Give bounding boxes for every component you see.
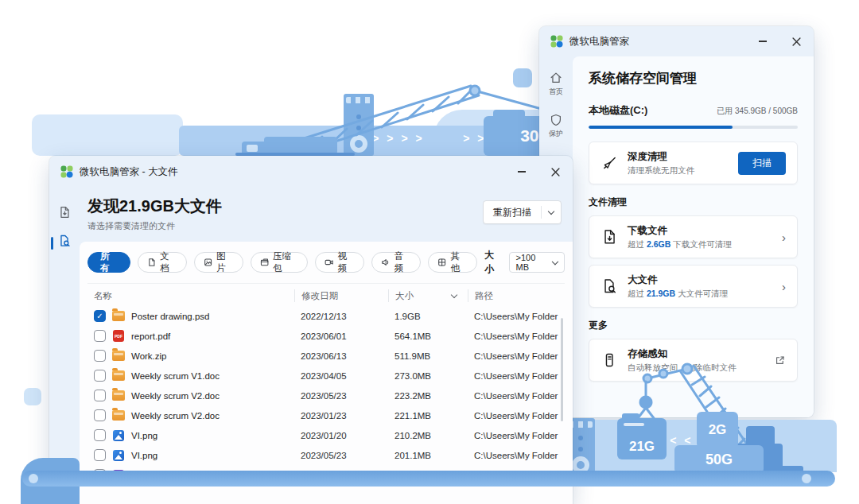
rescan-split-button[interactable]: 重新扫描 (483, 200, 562, 224)
found-title: 发现21.9GB大文件 (87, 196, 222, 217)
rescan-dropdown-toggle[interactable] (542, 211, 561, 214)
size-filter-label: 大小 (484, 249, 502, 276)
filter-chip-images[interactable]: 图片 (194, 252, 243, 273)
file-row[interactable]: Weekly scrum V2.doc 2023/01/23 221.1MB C… (87, 405, 565, 425)
pipe-cap-left (29, 474, 38, 483)
filter-chip-documents[interactable]: 文档 (138, 252, 187, 273)
column-header-date[interactable]: 修改日期 (294, 289, 388, 302)
filter-chip-other[interactable]: 其他 (428, 252, 477, 273)
sidebar-item-download-files[interactable] (49, 205, 80, 219)
vertical-scrollbar[interactable] (561, 318, 563, 421)
row-checkbox[interactable] (94, 330, 106, 342)
chevron-right-icon: › (782, 280, 786, 293)
download-files-desc: 超过 2.6GB 下载文件可清理 (628, 239, 772, 250)
folder-file-icon (112, 390, 125, 401)
scan-button[interactable]: 扫描 (738, 152, 786, 175)
deep-clean-card[interactable]: 深度清理 清理系统无用文件 扫描 (589, 142, 798, 184)
row-checkbox[interactable] (94, 429, 106, 441)
file-row[interactable]: Work.zip 2023/06/13 511.9MB C:\Useers\My… (87, 346, 565, 366)
file-size: 201.1MB (388, 451, 468, 460)
sidebar-item-large-files[interactable] (49, 234, 80, 248)
folder-file-icon (112, 370, 125, 381)
close-button[interactable] (549, 165, 562, 178)
close-icon (551, 168, 560, 176)
large-files-card[interactable]: 大文件 超过 21.9GB 大文件可清理 › (589, 265, 798, 308)
size-filter-value: >100 MB (516, 253, 549, 272)
row-checkbox[interactable] (94, 370, 106, 382)
file-size: 210.2MB (388, 431, 468, 440)
file-path: C:\Useers\My Folder (468, 351, 565, 361)
file-date: 2023/01/20 (294, 431, 388, 440)
row-checkbox[interactable] (94, 409, 106, 421)
app-logo-icon (60, 165, 73, 178)
column-header-size[interactable]: 大小 (388, 289, 468, 302)
folder-21g-label: 21G (629, 439, 655, 455)
file-row[interactable]: Weekly scrum V1.doc 2023/04/05 273.0MB C… (87, 366, 565, 386)
video-icon (325, 258, 333, 267)
sort-chevron-icon (451, 291, 457, 297)
row-checkbox[interactable] (94, 449, 106, 461)
chip-label: 文档 (160, 250, 177, 274)
storage-window-titlebar: 微软电脑管家 (539, 26, 814, 56)
file-size: 1.9GB (388, 312, 468, 321)
nav-label: 首页 (549, 87, 563, 97)
nav-item-home[interactable]: 首页 (539, 71, 573, 97)
file-name: Work.zip (131, 351, 167, 361)
chevron-right-icon: › (782, 231, 786, 244)
download-files-card[interactable]: 下载文件 超过 2.6GB 下载文件可清理 › (589, 215, 798, 258)
filter-chip-all[interactable]: 所有 (87, 252, 130, 273)
download-file-icon (601, 228, 618, 246)
file-row[interactable]: Weekly scrum V2.doc 2023/05/23 223.2MB C… (87, 386, 565, 405)
download-files-title: 下载文件 (628, 224, 772, 238)
file-size: 223.2MB (388, 391, 468, 401)
file-date: 2023/05/23 (294, 391, 388, 401)
disk-progress-bar (589, 126, 798, 129)
file-date: 2023/01/23 (294, 411, 388, 421)
tower-dot (578, 447, 583, 452)
disk-usage: 已用 345.9GB / 500GB (717, 106, 798, 117)
file-date: 2023/05/23 (294, 451, 388, 460)
file-list: Poster drawing.psd 2022/12/13 1.9GB C:\U… (87, 306, 565, 485)
file-date: 2022/12/13 (294, 312, 388, 321)
column-header-name[interactable]: 名称 (87, 289, 294, 302)
minimize-icon (759, 41, 767, 42)
file-row[interactable]: VI.png 2023/05/23 201.1MB C:\Useers\My F… (87, 445, 565, 465)
filter-chip-archives[interactable]: 压缩包 (251, 252, 309, 273)
chip-label: 音频 (395, 250, 412, 274)
row-checkbox[interactable] (94, 310, 106, 322)
file-search-icon (57, 234, 72, 248)
file-name: VI.png (131, 431, 157, 440)
filter-chip-audio[interactable]: 音频 (371, 252, 421, 273)
row-checkbox[interactable] (94, 350, 106, 362)
file-row[interactable]: Poster drawing.psd 2022/12/13 1.9GB C:\U… (87, 306, 565, 326)
deep-clean-title: 深度清理 (628, 150, 729, 164)
download-file-icon (57, 205, 72, 219)
file-name: Weekly scrum V1.doc (131, 371, 220, 381)
nav-item-protect[interactable]: 保护 (539, 113, 573, 139)
column-header-path[interactable]: 路径 (468, 289, 565, 302)
close-button[interactable] (790, 35, 803, 48)
row-checkbox[interactable] (94, 390, 106, 401)
filter-chip-videos[interactable]: 视频 (315, 252, 364, 273)
page-title: 系统储存空间管理 (589, 69, 798, 87)
chip-label: 所有 (100, 250, 118, 274)
size-filter-dropdown[interactable]: >100 MB (509, 252, 565, 273)
file-path: C:\Useers\My Folder (468, 451, 565, 460)
file-path: C:\Useers\My Folder (468, 431, 565, 440)
file-row[interactable]: report.pdf 2023/06/01 564.1MB C:\Useers\… (87, 326, 565, 346)
file-path: C:\Useers\My Folder (468, 312, 565, 321)
minimize-icon (518, 171, 526, 173)
minimize-button[interactable] (756, 35, 769, 48)
file-row[interactable]: VI.png 2023/01/20 210.2MB C:\Useers\My F… (87, 425, 565, 445)
file-size: 564.1MB (388, 331, 468, 341)
main-window-titlebar: 微软电脑管家 - 大文件 (49, 156, 573, 188)
file-size: 221.1MB (388, 411, 468, 421)
chevron-down-icon (548, 207, 554, 214)
document-icon (147, 258, 156, 267)
file-date: 2023/06/13 (294, 351, 388, 361)
large-files-title: 大文件 (628, 273, 772, 287)
home-icon (549, 71, 563, 85)
file-path: C:\Useers\My Folder (468, 331, 565, 341)
minimize-button[interactable] (515, 165, 528, 178)
storage-window-title: 微软电脑管家 (569, 35, 629, 48)
